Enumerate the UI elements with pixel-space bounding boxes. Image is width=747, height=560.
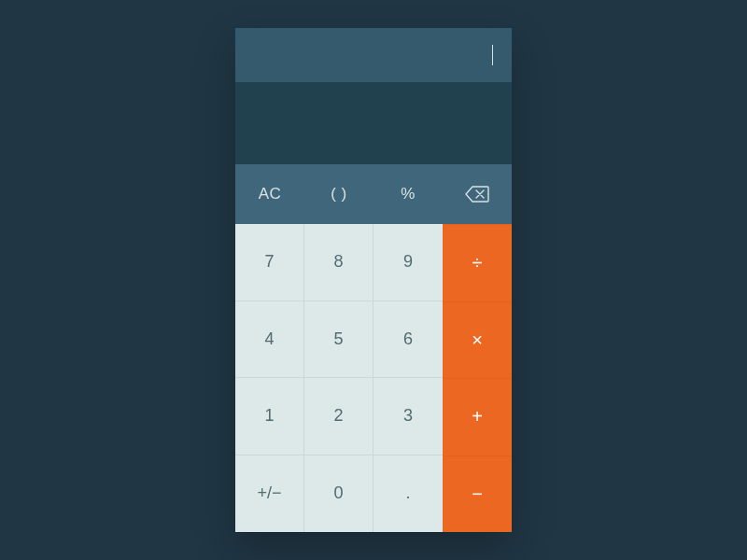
- decimal-button[interactable]: .: [374, 455, 443, 533]
- key-0[interactable]: 0: [304, 455, 374, 533]
- key-9[interactable]: 9: [374, 224, 443, 301]
- divide-button[interactable]: ÷: [443, 224, 512, 301]
- expression-display: [235, 28, 512, 82]
- key-5[interactable]: 5: [304, 301, 374, 379]
- multiply-button[interactable]: ×: [443, 301, 512, 379]
- clear-all-button[interactable]: AC: [235, 164, 304, 224]
- percent-button[interactable]: %: [374, 164, 443, 224]
- key-1[interactable]: 1: [235, 378, 304, 455]
- key-2[interactable]: 2: [304, 378, 374, 455]
- key-7[interactable]: 7: [235, 224, 304, 301]
- backspace-button[interactable]: [443, 164, 512, 224]
- key-8[interactable]: 8: [304, 224, 374, 301]
- minus-button[interactable]: −: [443, 455, 512, 533]
- calculator-app: AC ( ) % 7 8 9 ÷ 4 5 6 ×: [235, 28, 512, 532]
- parentheses-button[interactable]: ( ): [304, 164, 374, 224]
- plus-button[interactable]: +: [443, 378, 512, 455]
- backspace-icon: [465, 186, 489, 203]
- function-row: AC ( ) %: [235, 164, 512, 224]
- key-6[interactable]: 6: [374, 301, 443, 379]
- sign-toggle-button[interactable]: +/−: [235, 455, 304, 533]
- key-3[interactable]: 3: [374, 378, 443, 455]
- text-cursor: [492, 45, 493, 65]
- keypad: 7 8 9 ÷ 4 5 6 × 1 2 3 + +/− 0 . −: [235, 224, 512, 532]
- result-display: [235, 82, 512, 164]
- key-4[interactable]: 4: [235, 301, 304, 379]
